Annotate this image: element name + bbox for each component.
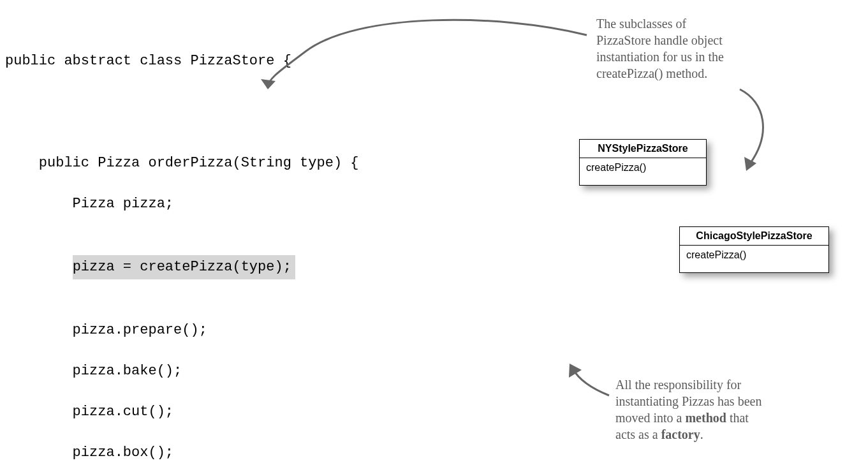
code-line: Pizza pizza;: [5, 194, 536, 214]
annotation-line: moved into a method that: [615, 409, 820, 426]
annotation-line: instantiating Pizzas has been: [615, 393, 820, 409]
uml-method: createPizza(): [680, 246, 828, 272]
uml-method: createPizza(): [580, 158, 706, 185]
uml-title: ChicagoStylePizzaStore: [680, 227, 828, 246]
uml-class-chicagostyle: ChicagoStylePizzaStore createPizza(): [679, 226, 829, 273]
annotation-line: All the responsibility for: [615, 376, 820, 393]
uml-class-nystyle: NYStylePizzaStore createPizza(): [579, 139, 707, 186]
svg-marker-1: [744, 157, 756, 171]
annotation-top: The subclasses of PizzaStore handle obje…: [596, 15, 788, 82]
code-line: pizza.box();: [5, 443, 536, 463]
code-line: public Pizza orderPizza(String type) {: [5, 153, 536, 173]
svg-marker-2: [569, 364, 582, 378]
uml-title: NYStylePizzaStore: [580, 140, 706, 158]
code-line: public abstract class PizzaStore {: [5, 51, 536, 71]
annotation-line: createPizza() method.: [596, 65, 788, 82]
annotation-line: acts as a factory.: [615, 426, 820, 443]
annotation-line: The subclasses of: [596, 15, 788, 32]
annotation-line: PizzaStore handle object: [596, 32, 788, 48]
highlighted-code: pizza = createPizza(type);: [73, 255, 295, 279]
code-line: pizza.prepare();: [5, 320, 536, 341]
code-line: pizza.cut();: [5, 402, 536, 422]
annotation-bottom: All the responsibility for instantiating…: [615, 376, 820, 443]
code-line: pizza = createPizza(type);: [5, 255, 536, 279]
annotation-line: instantiation for us in the: [596, 48, 788, 65]
code-line: pizza.bake();: [5, 361, 536, 381]
indent: [5, 259, 73, 275]
code-block: public abstract class PizzaStore { publi…: [5, 31, 536, 472]
